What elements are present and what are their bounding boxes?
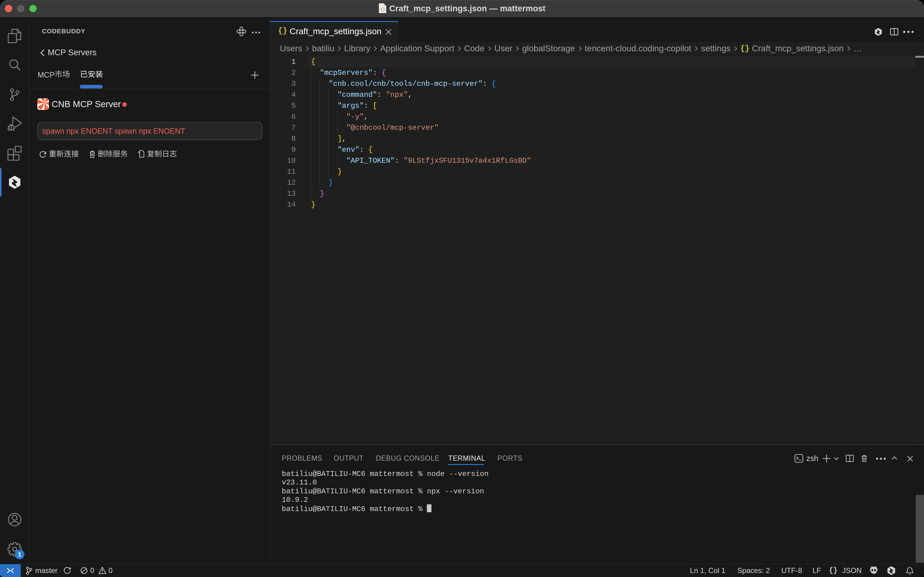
svg-text:{}: {}: [380, 7, 385, 11]
